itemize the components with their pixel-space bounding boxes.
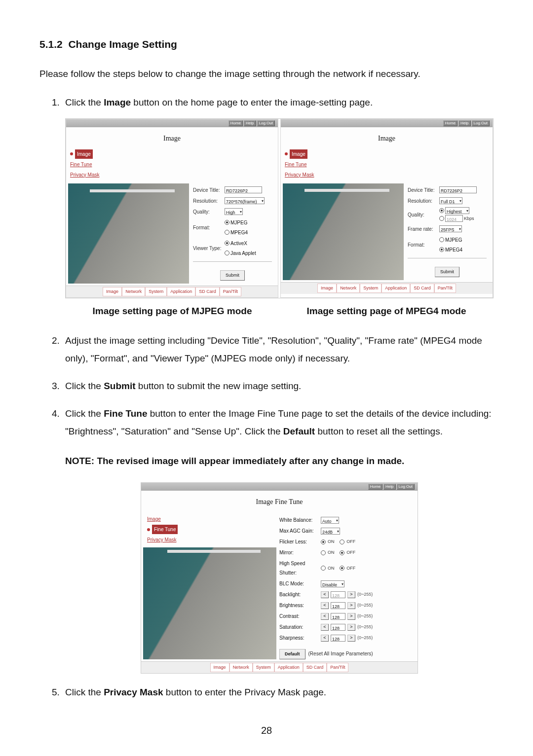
tab-network[interactable]: Network xyxy=(122,287,145,296)
resolution-label: Resolution: xyxy=(193,196,223,206)
quality-bitrate-radio[interactable] xyxy=(439,216,444,221)
sidebar-item-privacy-mask[interactable]: Privacy Mask xyxy=(285,170,314,180)
submit-button[interactable]: Submit xyxy=(435,267,459,277)
bottom-tabs: Image Network System Application SD Card… xyxy=(66,286,278,297)
brightness-value[interactable]: 128 xyxy=(331,602,345,609)
sharpness-dec[interactable]: < xyxy=(321,635,329,642)
tab-pantilt[interactable]: Pan/Tilt xyxy=(327,663,348,672)
tab-image[interactable]: Image xyxy=(317,284,337,293)
brightness-dec[interactable]: < xyxy=(321,602,329,609)
camera-preview xyxy=(283,183,404,280)
tab-system[interactable]: System xyxy=(360,284,381,293)
mirror-on-radio[interactable] xyxy=(321,550,326,555)
tab-sdcard[interactable]: SD Card xyxy=(195,287,220,296)
step-3: Click the Submit button to submit the ne… xyxy=(62,377,494,395)
submit-button[interactable]: Submit xyxy=(220,270,245,281)
shutter-off-radio[interactable] xyxy=(340,566,344,571)
flicker-on-radio[interactable] xyxy=(321,540,326,544)
panel-title: Image xyxy=(66,132,278,145)
quality-highest-radio[interactable] xyxy=(439,208,444,213)
white-balance-select[interactable]: Auto xyxy=(321,517,339,524)
sidebar-item-image[interactable]: Image xyxy=(75,149,93,159)
help-button[interactable]: Help xyxy=(383,484,395,490)
device-title-input[interactable]: RD7226P2 xyxy=(225,186,262,193)
flicker-off-radio[interactable] xyxy=(340,540,344,544)
contrast-inc[interactable]: > xyxy=(347,613,355,620)
sidebar-item-fine-tune[interactable]: Fine Tune xyxy=(70,160,92,169)
format-mjpeg-radio[interactable] xyxy=(225,220,229,225)
agc-select[interactable]: 24dB xyxy=(321,528,340,535)
mirror-off-radio[interactable] xyxy=(340,550,344,555)
bitrate-input[interactable]: 1024 xyxy=(445,215,463,222)
settings-form: Device Title:RD7226P2 Resolution:720*576… xyxy=(193,183,276,284)
backlight-value[interactable]: 128 xyxy=(331,591,345,598)
contrast-dec[interactable]: < xyxy=(321,613,329,620)
tab-system[interactable]: System xyxy=(253,663,274,672)
tab-network[interactable]: Network xyxy=(229,663,253,672)
quality-label: Quality: xyxy=(408,210,437,219)
mpeg4-panel: Home Help Log Out Image Image Fine Tune … xyxy=(280,119,493,298)
step-5: Click the Privacy Mask button to enter t… xyxy=(62,684,494,701)
tab-network[interactable]: Network xyxy=(337,284,360,293)
blc-label: BLC Mode: xyxy=(279,579,319,588)
sidebar-item-fine-tune[interactable]: Fine Tune xyxy=(285,160,306,169)
privacy-mask-keyword: Privacy Mask xyxy=(104,687,163,697)
caption-mjpeg: Image setting page of MJPEG mode xyxy=(92,302,252,320)
sharpness-value[interactable]: 128 xyxy=(331,635,345,642)
format-mpeg4-radio[interactable] xyxy=(439,247,444,252)
sharpness-inc[interactable]: > xyxy=(347,635,355,642)
viewer-activex-radio[interactable] xyxy=(225,241,229,246)
top-bar: Home Help Log Out xyxy=(281,119,493,127)
format-mjpeg-radio[interactable] xyxy=(439,237,444,242)
viewer-java-radio[interactable] xyxy=(225,251,229,255)
device-title-input[interactable]: RD7226P2 xyxy=(439,186,477,193)
shutter-on-radio[interactable] xyxy=(321,566,326,571)
sidebar-item-fine-tune[interactable]: Fine Tune xyxy=(152,525,178,534)
settings-form: Device Title:RD7226P2 Resolution:Full D1… xyxy=(408,183,491,280)
resolution-select[interactable]: Full D1 xyxy=(439,197,462,204)
sidebar-item-image[interactable]: Image xyxy=(147,514,161,524)
quality-select[interactable]: Highest xyxy=(445,207,469,214)
default-button[interactable]: Default xyxy=(279,649,305,659)
device-title-label: Device Title: xyxy=(408,185,437,195)
tab-pantilt[interactable]: Pan/Tilt xyxy=(220,287,241,296)
logout-button[interactable]: Log Out xyxy=(397,484,415,490)
home-button[interactable]: Home xyxy=(368,484,382,490)
logout-button[interactable]: Log Out xyxy=(472,120,490,126)
tab-pantilt[interactable]: Pan/Tilt xyxy=(434,284,456,293)
quality-select[interactable]: High xyxy=(225,208,243,215)
tab-image[interactable]: Image xyxy=(103,287,122,296)
tab-sdcard[interactable]: SD Card xyxy=(303,663,327,672)
tab-sdcard[interactable]: SD Card xyxy=(410,284,434,293)
backlight-label: Backlight: xyxy=(279,590,319,599)
bullet-icon: Image xyxy=(285,149,307,159)
home-button[interactable]: Home xyxy=(228,120,243,126)
sidebar-item-privacy-mask[interactable]: Privacy Mask xyxy=(70,170,99,180)
saturation-value[interactable]: 128 xyxy=(331,624,345,631)
tab-application[interactable]: Application xyxy=(274,663,303,672)
backlight-inc[interactable]: > xyxy=(347,591,355,598)
resolution-select[interactable]: 720*576(frame) xyxy=(225,197,265,204)
blc-select[interactable]: Disable xyxy=(321,580,344,587)
saturation-dec[interactable]: < xyxy=(321,624,329,631)
tab-image[interactable]: Image xyxy=(210,663,229,672)
format-mpeg4-radio[interactable] xyxy=(225,230,229,235)
backlight-dec[interactable]: < xyxy=(321,591,329,598)
sidebar-item-privacy-mask[interactable]: Privacy Mask xyxy=(147,535,176,544)
fine-tune-panel: Home Help Log Out Image Fine Tune Image … xyxy=(141,482,418,674)
help-button[interactable]: Help xyxy=(244,120,256,126)
sidebar-item-image[interactable]: Image xyxy=(290,149,307,159)
frame-rate-select[interactable]: 25FPS xyxy=(439,225,462,232)
flicker-label: Flicker Less: xyxy=(279,537,319,546)
logout-button[interactable]: Log Out xyxy=(257,120,275,126)
sidebar: Image Fine Tune Privacy Mask xyxy=(281,147,493,181)
device-title-label: Device Title: xyxy=(193,185,223,195)
tab-system[interactable]: System xyxy=(145,287,167,296)
tab-application[interactable]: Application xyxy=(167,287,195,296)
brightness-inc[interactable]: > xyxy=(347,602,355,609)
tab-application[interactable]: Application xyxy=(381,284,410,293)
contrast-value[interactable]: 128 xyxy=(331,613,345,620)
saturation-inc[interactable]: > xyxy=(347,624,355,631)
help-button[interactable]: Help xyxy=(458,120,470,126)
home-button[interactable]: Home xyxy=(443,120,457,126)
